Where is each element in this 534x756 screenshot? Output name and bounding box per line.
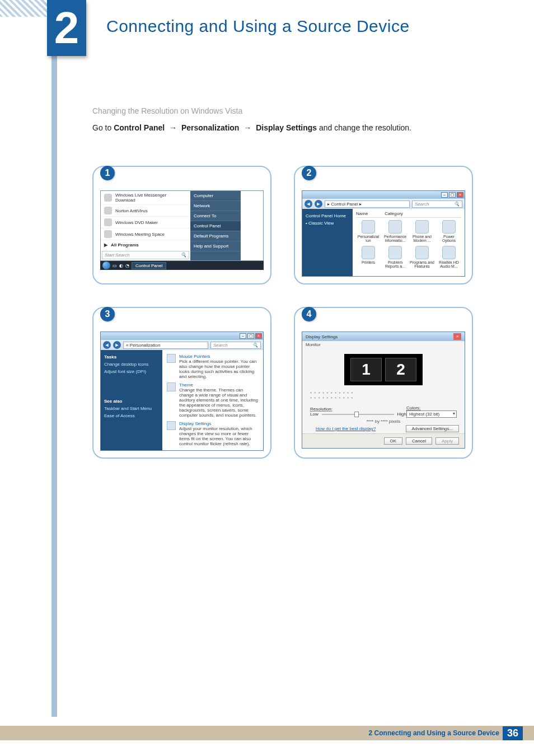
pz-side-pane: Tasks Change desktop icons Adjust font s… bbox=[101, 350, 162, 450]
monitor-1[interactable]: 1 bbox=[350, 358, 382, 381]
all-programs[interactable]: ▶All Programs bbox=[101, 240, 190, 250]
seealso-link[interactable]: Ease of Access bbox=[104, 412, 159, 419]
sm-right-item[interactable]: Help and Support bbox=[190, 241, 241, 251]
resolution-slider[interactable] bbox=[322, 413, 394, 416]
pz-item-title: Display Settings bbox=[179, 421, 259, 426]
pz-item-desc: Change the theme. Themes can change a wi… bbox=[179, 388, 259, 418]
cp-item[interactable]: Personalizat ion bbox=[356, 220, 381, 242]
step-panel-4: 4 Display Settings × Monitor 1 2 * * * *… bbox=[294, 307, 473, 459]
nav-back-icon[interactable]: ◄ bbox=[305, 200, 312, 208]
dialog-title-text: Display Settings bbox=[306, 334, 338, 339]
path-0: Control Panel bbox=[114, 123, 165, 132]
best-display-link[interactable]: How do I get the best display? bbox=[308, 424, 383, 433]
cp-item[interactable]: Programs and Features bbox=[410, 246, 434, 268]
col-category[interactable]: Category bbox=[385, 211, 402, 216]
minimize-icon[interactable]: – bbox=[240, 333, 246, 339]
dialog-tab[interactable]: Monitor bbox=[302, 341, 465, 348]
taskbar-task[interactable]: Control Panel bbox=[132, 262, 166, 269]
monitor-2[interactable]: 2 bbox=[385, 358, 416, 381]
minimize-icon[interactable]: – bbox=[441, 192, 448, 198]
cp-item-icon bbox=[388, 246, 402, 259]
search-icon: 🔍 bbox=[454, 202, 460, 207]
sm-item[interactable]: Windows DVD Maker bbox=[101, 217, 190, 228]
quicklaunch-icon[interactable]: ◐ bbox=[119, 263, 123, 268]
chapter-number-badge: 2 bbox=[47, 0, 86, 56]
pz-item-title: Theme bbox=[179, 382, 259, 388]
search-input[interactable]: Search 🔍 bbox=[210, 342, 261, 349]
ok-button[interactable]: OK bbox=[384, 437, 403, 445]
col-name[interactable]: Name bbox=[356, 211, 368, 216]
footer-right: 2 Connecting and Using a Source Device 3… bbox=[369, 726, 523, 740]
cancel-button[interactable]: Cancel bbox=[406, 437, 432, 445]
resolution-label: Resolution: bbox=[310, 407, 332, 412]
sm-right-item-control-panel[interactable]: Control Panel bbox=[190, 221, 241, 231]
cp-item-icon bbox=[362, 246, 375, 259]
nav-forward-icon[interactable]: ► bbox=[315, 200, 322, 208]
quicklaunch-icon[interactable]: ▭ bbox=[113, 263, 117, 268]
cp-home-link[interactable]: Control Panel Home bbox=[306, 212, 349, 220]
maximize-icon[interactable]: ▢ bbox=[449, 192, 456, 198]
maximize-icon[interactable]: ▢ bbox=[247, 333, 254, 339]
app-icon bbox=[104, 230, 112, 238]
nav-back-icon[interactable]: ◄ bbox=[103, 341, 111, 349]
personalization-window: – ▢ × ◄ ► « Personalization Search 🔍 Tas… bbox=[100, 332, 264, 451]
close-icon[interactable]: × bbox=[453, 333, 461, 340]
colors-dropdown[interactable]: Highest (32 bit) bbox=[406, 410, 457, 418]
control-panel-window: – ▢ × ◄ ► ▸ Control Panel ▸ Search 🔍 Con… bbox=[302, 190, 465, 277]
left-rail bbox=[51, 0, 57, 717]
cp-item-icon bbox=[442, 246, 456, 259]
dialog-buttons: OK Cancel Apply bbox=[302, 433, 465, 448]
cp-item-icon bbox=[415, 246, 429, 259]
cp-item[interactable]: Power Options bbox=[437, 220, 461, 242]
sm-item[interactable]: Windows Live Messenger Download bbox=[101, 191, 190, 205]
sm-item[interactable]: Windows Meeting Space bbox=[101, 228, 190, 240]
sm-label: Windows DVD Maker bbox=[115, 220, 158, 225]
cp-item[interactable]: Phone and Modem ... bbox=[410, 220, 434, 242]
sm-right-item[interactable]: Network bbox=[190, 201, 241, 211]
cp-item[interactable]: Realtek HD Audio M... bbox=[437, 246, 461, 268]
start-orb-icon[interactable] bbox=[102, 262, 110, 269]
task-link[interactable]: Adjust font size (DPI) bbox=[104, 368, 159, 375]
sm-right-item[interactable]: Connect To bbox=[190, 211, 241, 221]
nav-forward-icon[interactable]: ► bbox=[113, 341, 121, 349]
arrow-icon: → bbox=[241, 123, 254, 132]
breadcrumb[interactable]: « Personalization bbox=[123, 342, 208, 349]
display-icon bbox=[167, 421, 176, 430]
goto-suffix: and change the resolution. bbox=[319, 123, 411, 132]
sm-right-item[interactable]: Default Programs bbox=[190, 231, 241, 241]
start-search-input[interactable]: Start Search 🔍 bbox=[102, 251, 189, 259]
sm-item[interactable]: Norton AntiVirus bbox=[101, 205, 190, 217]
cp-item[interactable]: Printers bbox=[356, 246, 381, 268]
app-icon bbox=[104, 207, 112, 214]
search-input[interactable]: Search 🔍 bbox=[412, 200, 462, 208]
quicklaunch-icon[interactable]: ◔ bbox=[125, 263, 129, 268]
start-menu: Windows Live Messenger Download Norton A… bbox=[100, 190, 264, 261]
cp-item[interactable]: Problem Reports a... bbox=[383, 246, 407, 268]
cp-item[interactable]: Performance Informatio... bbox=[383, 220, 407, 242]
pz-item-display-settings[interactable]: Display Settings Adjust your monitor res… bbox=[167, 419, 259, 448]
cp-item-label: Performance Informatio... bbox=[383, 235, 407, 242]
monitor-name-masked: * * * * * * * * * * * bbox=[302, 391, 465, 396]
step-badge-3: 3 bbox=[100, 307, 115, 321]
close-icon[interactable]: × bbox=[255, 333, 262, 339]
search-placeholder: Search bbox=[213, 343, 227, 348]
pz-item[interactable]: Theme Change the theme. Themes can chang… bbox=[167, 381, 259, 419]
apply-button[interactable]: Apply bbox=[435, 437, 459, 445]
seealso-link[interactable]: Taskbar and Start Menu bbox=[104, 405, 159, 412]
task-link[interactable]: Change desktop icons bbox=[104, 361, 159, 368]
step-badge-1: 1 bbox=[100, 166, 115, 180]
step-panels: 1 Windows Live Messenger Download Norton… bbox=[92, 166, 484, 459]
cp-grid: Personalizat ion Performance Informatio.… bbox=[356, 220, 461, 268]
advanced-settings-button[interactable]: Advanced Settings... bbox=[406, 425, 459, 432]
breadcrumb[interactable]: ▸ Control Panel ▸ bbox=[325, 200, 410, 208]
sm-right-item[interactable]: Computer bbox=[190, 191, 241, 201]
cp-classic-view-link[interactable]: Classic View bbox=[306, 220, 349, 227]
step-panel-1: 1 Windows Live Messenger Download Norton… bbox=[92, 166, 271, 284]
goto-prefix: Go to bbox=[92, 123, 114, 132]
close-icon[interactable]: × bbox=[457, 192, 463, 198]
arrow-icon: → bbox=[167, 123, 179, 132]
cp-main-pane: Name Category Personalizat ion Performan… bbox=[353, 209, 465, 276]
pz-item[interactable]: Mouse Pointers Pick a different mouse po… bbox=[167, 352, 259, 381]
pz-main-pane: Mouse Pointers Pick a different mouse po… bbox=[162, 350, 263, 450]
res-low: Low bbox=[310, 412, 318, 417]
